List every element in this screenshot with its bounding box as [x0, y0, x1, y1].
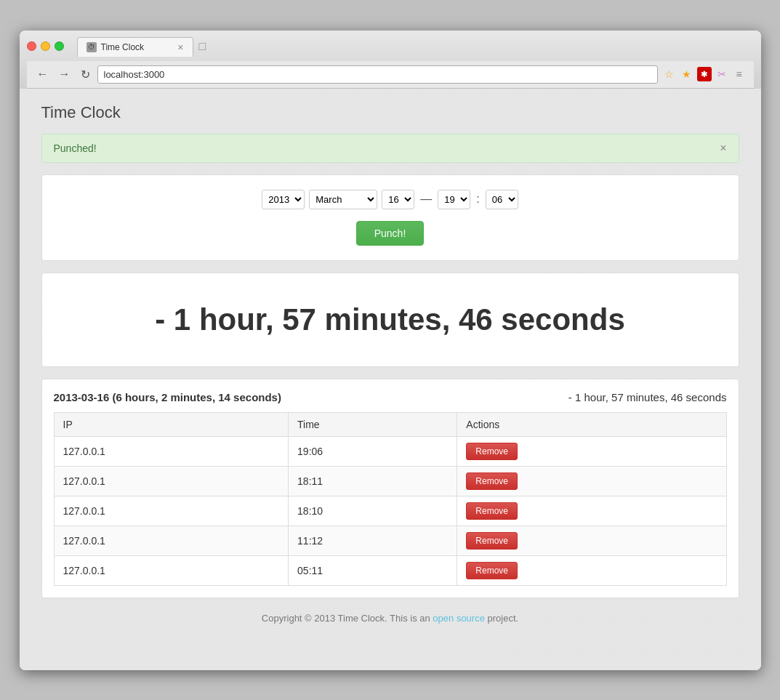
open-source-link[interactable]: open source	[433, 613, 485, 624]
cell-time: 18:11	[289, 466, 457, 496]
browser-window: ⏱ Time Clock × □ ← → ↻ ☆ ★ ✱ ✂ ≡ Time Cl…	[20, 31, 761, 670]
tab-icon: ⏱	[87, 42, 97, 52]
cell-time: 19:06	[289, 436, 457, 466]
address-bar[interactable]	[97, 65, 658, 84]
records-balance: - 1 hour, 57 minutes, 46 seconds	[568, 391, 727, 403]
remove-button[interactable]: Remove	[466, 472, 518, 490]
cell-ip: 127.0.0.1	[54, 526, 289, 555]
year-select[interactable]: 2013 2012 2014	[262, 190, 305, 209]
minimize-button[interactable]	[41, 41, 50, 51]
tab-title: Time Clock	[101, 42, 145, 52]
new-tab-button[interactable]: □	[193, 36, 212, 57]
hour-select[interactable]: 0001020304 0506070809 1011121314 1516171…	[438, 190, 470, 209]
records-date: 2013-03-16 (6 hours, 2 minutes, 14 secon…	[54, 391, 281, 403]
table-row: 127.0.0.1 05:11 Remove	[54, 555, 726, 585]
cell-actions: Remove	[457, 436, 726, 466]
timer-card: - 1 hour, 57 minutes, 46 seconds	[41, 273, 739, 367]
tab-close-button[interactable]: ×	[177, 41, 183, 53]
footer-text: Copyright © 2013 Time Clock. This is an	[262, 613, 433, 624]
cell-actions: Remove	[457, 526, 726, 555]
table-row: 127.0.0.1 19:06 Remove	[54, 436, 726, 466]
nav-icons: ☆ ★ ✱ ✂ ≡	[662, 67, 747, 81]
records-table: IP Time Actions 127.0.0.1 19:06 Remove 1…	[54, 412, 727, 586]
footer: Copyright © 2013 Time Clock. This is an …	[41, 613, 739, 624]
remove-button[interactable]: Remove	[466, 443, 518, 460]
records-header: 2013-03-16 (6 hours, 2 minutes, 14 secon…	[54, 391, 727, 403]
table-row: 127.0.0.1 18:10 Remove	[54, 496, 726, 526]
active-tab[interactable]: ⏱ Time Clock ×	[77, 37, 193, 57]
remove-button[interactable]: Remove	[466, 562, 518, 579]
close-button[interactable]	[27, 41, 36, 51]
title-bar: ⏱ Time Clock × □ ← → ↻ ☆ ★ ✱ ✂ ≡	[20, 31, 761, 89]
extension-icon-star[interactable]: ★	[680, 67, 694, 81]
minute-select[interactable]: 0607080910 000102030405	[486, 190, 518, 209]
month-select[interactable]: JanuaryFebruaryMarch AprilMayJune JulyAu…	[309, 190, 377, 209]
tab-bar: ⏱ Time Clock × □	[77, 36, 212, 57]
page-content: Time Clock Punched! × 2013 2012 2014 Jan…	[20, 89, 761, 670]
cell-ip: 127.0.0.1	[54, 436, 289, 466]
cell-time: 05:11	[289, 555, 457, 585]
extension-icon-red[interactable]: ✱	[697, 67, 712, 81]
col-actions: Actions	[457, 412, 726, 436]
datetime-card: 2013 2012 2014 JanuaryFebruaryMarch Apri…	[41, 174, 739, 261]
timer-display: - 1 hour, 57 minutes, 46 seconds	[57, 288, 724, 352]
cell-time: 11:12	[289, 526, 457, 555]
refresh-button[interactable]: ↻	[78, 66, 93, 83]
date-separator: —	[419, 193, 433, 206]
remove-button[interactable]: Remove	[466, 532, 518, 550]
punch-button[interactable]: Punch!	[356, 221, 425, 246]
cell-ip: 127.0.0.1	[54, 466, 289, 496]
table-row: 127.0.0.1 18:11 Remove	[54, 466, 726, 496]
col-time: Time	[289, 412, 457, 436]
cell-actions: Remove	[457, 496, 726, 526]
back-button[interactable]: ←	[34, 66, 52, 82]
page-title: Time Clock	[41, 103, 739, 122]
cell-actions: Remove	[457, 466, 726, 496]
alert-message: Punched!	[54, 142, 97, 154]
bookmark-icon[interactable]: ☆	[662, 67, 677, 81]
extension-icon-pink[interactable]: ✂	[715, 67, 729, 81]
cell-ip: 127.0.0.1	[54, 496, 289, 526]
records-section: 2013-03-16 (6 hours, 2 minutes, 14 secon…	[41, 379, 739, 598]
footer-text-end: project.	[485, 613, 518, 624]
table-row: 127.0.0.1 11:12 Remove	[54, 526, 726, 555]
alert-close-button[interactable]: ×	[720, 142, 726, 155]
datetime-controls: 2013 2012 2014 JanuaryFebruaryMarch Apri…	[57, 190, 724, 209]
day-select[interactable]: 12345 678910 1112131415 1617181920 21222…	[382, 190, 414, 209]
window-controls	[27, 41, 64, 51]
menu-icon[interactable]: ≡	[732, 67, 747, 81]
forward-button[interactable]: →	[56, 66, 73, 82]
maximize-button[interactable]	[55, 41, 64, 51]
cell-actions: Remove	[457, 555, 726, 585]
success-alert: Punched! ×	[41, 134, 739, 163]
time-separator: :	[475, 193, 481, 206]
nav-bar: ← → ↻ ☆ ★ ✱ ✂ ≡	[27, 61, 754, 89]
cell-time: 18:10	[289, 496, 457, 526]
cell-ip: 127.0.0.1	[54, 555, 289, 585]
col-ip: IP	[54, 412, 289, 436]
remove-button[interactable]: Remove	[466, 502, 518, 520]
